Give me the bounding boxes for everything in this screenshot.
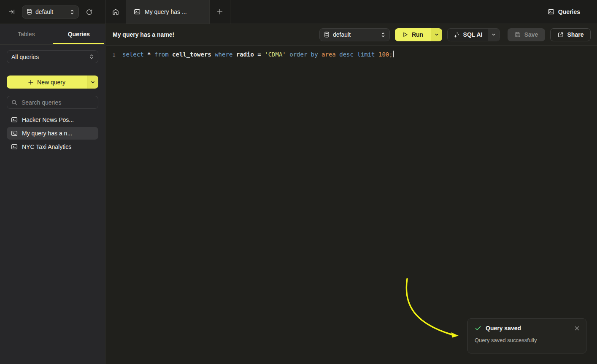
query-filter-select[interactable]: All queries: [7, 50, 98, 63]
select-updown-icon: [381, 32, 385, 38]
tab-tables[interactable]: Tables: [0, 24, 53, 44]
home-icon[interactable]: [105, 0, 126, 24]
query-terminal-icon: [11, 130, 18, 137]
sidebar-tabs: Tables Queries: [0, 24, 105, 45]
sql-token: 100: [378, 51, 389, 58]
save-button[interactable]: Save: [508, 28, 545, 41]
query-item-label: NYC Taxi Analytics: [22, 143, 71, 150]
query-list-item-my-query[interactable]: My query has a n...: [7, 127, 98, 140]
queries-indicator-label: Queries: [558, 8, 580, 15]
query-terminal-icon: [134, 8, 140, 15]
chevron-down-icon: [91, 80, 95, 84]
database-icon: [324, 32, 330, 38]
sql-token: from: [154, 51, 172, 58]
toast-query-saved: Query saved Query saved successfully: [467, 318, 586, 353]
play-icon: [403, 32, 408, 38]
select-updown-icon: [89, 54, 94, 59]
topbar: default: [0, 0, 597, 24]
query-list-item-nyc-taxi[interactable]: NYC Taxi Analytics: [7, 140, 98, 153]
sql-console-app: default: [0, 0, 597, 364]
sidebar-divider: [0, 69, 105, 69]
sql-token: *: [147, 51, 154, 58]
topbar-database-value: default: [35, 8, 67, 15]
toast-title: Query saved: [486, 325, 521, 332]
toast-message: Query saved successfully: [475, 337, 579, 343]
chevron-down-icon: [435, 32, 439, 37]
share-button[interactable]: Share: [550, 28, 591, 41]
toolbar-database-value: default: [333, 31, 378, 38]
new-tab-plus-icon[interactable]: [210, 0, 230, 24]
query-header: My query has a name! default: [106, 24, 597, 46]
save-label: Save: [524, 31, 538, 38]
chevron-down-icon: [492, 32, 496, 37]
query-terminal-icon: [11, 143, 18, 150]
tab-tables-label: Tables: [18, 31, 35, 38]
select-updown-icon: [70, 9, 74, 15]
sql-token: radio: [236, 51, 258, 58]
sql-editor[interactable]: 1 select * from cell_towers where radio …: [106, 46, 597, 364]
page-title: My query has a name!: [113, 31, 174, 38]
run-button: Run: [395, 28, 442, 41]
sql-token: limit: [357, 51, 378, 58]
query-item-label: My query has a n...: [22, 130, 72, 137]
sql-token: ;: [389, 51, 392, 58]
floppy-icon: [515, 32, 521, 38]
tab-queries[interactable]: Queries: [53, 24, 105, 44]
topbar-left-section: default: [0, 0, 105, 24]
sql-token: area: [321, 51, 339, 58]
sql-ai-button: SQL AI: [447, 28, 500, 41]
sql-token: select: [122, 51, 147, 58]
sql-code: select * from cell_towers where radio = …: [122, 50, 394, 59]
toolbar: default Run: [319, 28, 591, 41]
query-item-label: Hacker News Pos...: [22, 116, 74, 123]
sidebar: Tables Queries All queries: [0, 24, 105, 364]
new-query-main-button[interactable]: New query: [7, 75, 87, 89]
sql-token: =: [257, 51, 265, 58]
tab-queries-label: Queries: [68, 31, 90, 38]
sql-ai-dropdown-button[interactable]: [488, 29, 500, 41]
check-icon: [475, 325, 481, 332]
run-dropdown-button[interactable]: [431, 28, 442, 41]
share-icon: [557, 32, 564, 38]
code-line-1: 1 select * from cell_towers where radio …: [106, 46, 597, 59]
sql-token: order by: [289, 51, 321, 58]
database-icon: [27, 9, 32, 15]
close-icon[interactable]: [575, 326, 579, 331]
run-label: Run: [412, 31, 423, 38]
sql-token: where: [215, 51, 236, 58]
query-terminal-icon: [11, 116, 18, 123]
topbar-database-selector[interactable]: default: [22, 5, 79, 19]
search-queries-input[interactable]: [21, 99, 94, 106]
query-filter-value: All queries: [11, 54, 86, 60]
sparkles-icon: [453, 32, 459, 38]
share-label: Share: [567, 31, 584, 38]
tab-my-query[interactable]: My query has ...: [126, 0, 210, 24]
sql-token: desc: [339, 51, 357, 58]
new-query-label: New query: [37, 79, 65, 86]
query-terminal-icon: [548, 8, 554, 15]
collapse-sidebar-icon[interactable]: [8, 8, 16, 16]
sql-ai-label: SQL AI: [463, 31, 483, 38]
text-cursor: [393, 51, 394, 57]
search-queries-box: [7, 96, 98, 109]
line-number: 1: [112, 50, 122, 59]
new-query-button: New query: [7, 75, 98, 89]
queries-indicator[interactable]: Queries: [548, 0, 597, 24]
sql-token: cell_towers: [172, 51, 215, 58]
sql-token: 'CDMA': [265, 51, 289, 58]
query-list-item-hacker-news[interactable]: Hacker News Pos...: [7, 113, 98, 126]
sql-ai-main-button[interactable]: SQL AI: [448, 29, 488, 41]
refresh-icon[interactable]: [85, 8, 94, 16]
new-query-dropdown-button[interactable]: [87, 75, 98, 89]
tab-label: My query has ...: [145, 8, 187, 15]
plus-icon: [28, 80, 33, 85]
search-icon: [11, 100, 17, 105]
run-main-button[interactable]: Run: [395, 28, 431, 41]
query-list: Hacker News Pos... My query has a n...: [7, 113, 98, 153]
tabbar: My query has ...: [105, 0, 230, 24]
toast-header: Query saved: [475, 325, 579, 332]
toolbar-database-selector[interactable]: default: [319, 28, 390, 41]
